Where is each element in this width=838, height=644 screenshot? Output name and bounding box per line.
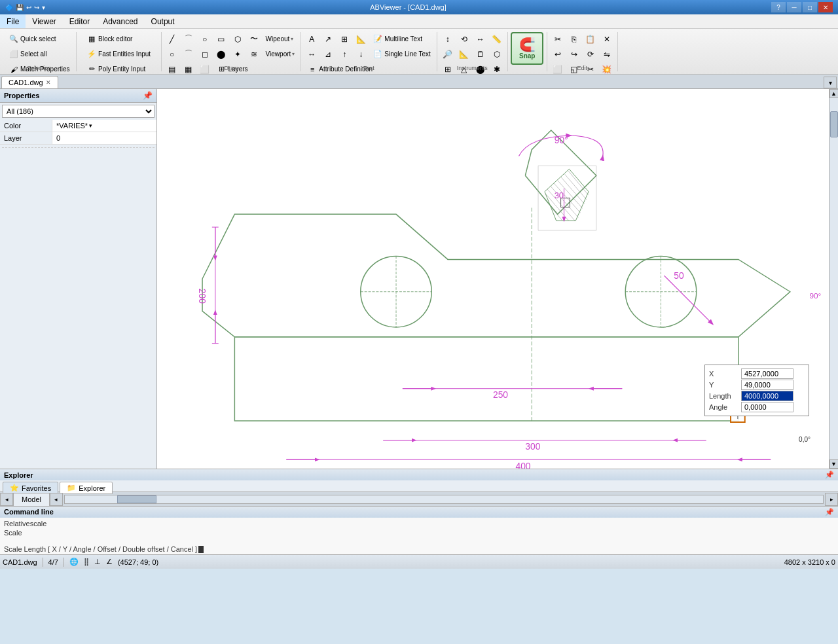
title-bar: 🔷 💾 ↩ ↪ ▾ ABViewer - [CAD1.dwg] ? ─ □ ✕ <box>0 0 838 14</box>
text-tool5[interactable]: ↔ <box>304 47 319 62</box>
command-content: Relativescale Scale <box>0 518 838 544</box>
layer-value[interactable]: 0 <box>52 132 156 144</box>
quick-access-save[interactable]: 💾 <box>16 4 24 11</box>
draw-rect-button[interactable]: ▭ <box>213 32 229 46</box>
h-scroll-thumb[interactable] <box>117 495 156 503</box>
quick-access-undo[interactable]: ↩ <box>26 4 31 11</box>
draw-tool3-button[interactable]: ⌒ <box>181 47 196 62</box>
edit-mirror[interactable]: ⇋ <box>599 47 615 62</box>
edit-undo[interactable]: ↩ <box>550 47 566 62</box>
right-scrollbar: ▲ ▼ <box>829 89 838 469</box>
scroll-down-button[interactable]: ▼ <box>829 459 839 469</box>
text-tool7[interactable]: ↑ <box>337 47 352 62</box>
edit-delete[interactable]: ✕ <box>599 32 615 46</box>
quick-select-label: Quick select <box>20 35 56 43</box>
edit-cut[interactable]: ✂ <box>550 32 566 46</box>
wipeout-button[interactable]: Wipeout ▾ <box>263 32 297 46</box>
snap-button[interactable]: 🧲 Snap <box>511 32 543 65</box>
edit-rotate[interactable]: ⟳ <box>583 47 598 62</box>
canvas-area[interactable]: 90° 30 50 200 250 <box>157 89 829 469</box>
multiline-text-button[interactable]: 📝 Multiline Text <box>369 32 426 46</box>
quick-select-button[interactable]: 🔍 Quick select <box>5 32 59 46</box>
instr-tool8[interactable]: ⬡ <box>489 47 505 62</box>
window-controls: ? ─ □ ✕ <box>771 2 833 12</box>
edit-paste[interactable]: 📋 <box>583 32 598 46</box>
close-button[interactable]: ✕ <box>818 2 833 12</box>
command-line-prompt[interactable]: Scale Length [ X / Y / Angle / Offset / … <box>0 544 838 554</box>
instr-tool4[interactable]: 📏 <box>489 32 505 46</box>
scroll-right-button[interactable]: ▸ <box>825 493 838 506</box>
text-tool8[interactable]: ↓ <box>353 47 369 62</box>
edit-redo[interactable]: ↪ <box>566 47 582 62</box>
coord-length-value[interactable]: 4000,0000 <box>741 391 793 401</box>
scroll-thumb[interactable] <box>830 111 838 137</box>
color-value[interactable]: *VARIES* ▾ <box>52 120 156 132</box>
model-tab[interactable]: Model <box>13 493 50 506</box>
maximize-button[interactable]: □ <box>803 2 817 12</box>
properties-filter-select[interactable]: All (186) <box>2 105 155 118</box>
coord-angle-value: 0,0000 <box>741 402 793 412</box>
text-tool3[interactable]: ⊞ <box>337 32 352 46</box>
poly-entity-button[interactable]: ✏ Poly Entity Input <box>83 62 149 75</box>
text-tool2[interactable]: ↗ <box>320 32 336 46</box>
select-all-button[interactable]: ⬜ Select all <box>5 47 50 62</box>
quick-access-redo[interactable]: ↪ <box>34 4 39 11</box>
menu-file[interactable]: File <box>0 14 26 28</box>
color-dropdown-arrow[interactable]: ▾ <box>89 122 92 129</box>
coord-angle-label: Angle <box>709 403 738 411</box>
coord-length-label: Length <box>709 392 738 400</box>
draw-circle-button[interactable]: ○ <box>197 32 213 46</box>
scroll-expand-button[interactable]: ◂ <box>0 493 13 506</box>
viewport-button[interactable]: Viewport ▾ <box>263 47 299 62</box>
draw-tool7-button[interactable]: ≋ <box>246 47 262 62</box>
menu-viewer[interactable]: Viewer <box>26 14 62 28</box>
properties-pin-icon[interactable]: 📌 <box>143 91 153 100</box>
fast-entities-icon: ⚡ <box>86 49 97 60</box>
fast-entities-button[interactable]: ⚡ Fast Entities Input <box>83 47 154 62</box>
cad1-tab[interactable]: CAD1.dwg ✕ <box>1 76 58 88</box>
draw-tool2-button[interactable]: ○ <box>164 47 180 62</box>
instr-tool2[interactable]: ⟲ <box>456 32 472 46</box>
status-angle-icon[interactable]: ∠ <box>106 558 113 566</box>
scroll-up-button[interactable]: ▲ <box>829 89 839 98</box>
instr-tool7[interactable]: 🗒 <box>473 47 488 62</box>
draw-spline-button[interactable]: 〜 <box>246 32 262 46</box>
status-divider-2 <box>64 558 64 567</box>
help-button[interactable]: ? <box>771 2 786 12</box>
scroll-track[interactable] <box>829 98 839 459</box>
color-value-text: *VARIES* <box>56 122 88 130</box>
command-pin-icon[interactable]: 📌 <box>825 508 834 516</box>
menu-output[interactable]: Output <box>145 14 181 28</box>
single-line-button[interactable]: 📄 Single Line Text <box>369 47 433 62</box>
instr-tool5[interactable]: 🔎 <box>440 47 456 62</box>
tab-close-icon[interactable]: ✕ <box>46 79 51 86</box>
block-editor-button[interactable]: ▦ Block editor <box>83 32 136 46</box>
selection-group: 🔍 Quick select ⬜ Select all 🖌 Match Prop… <box>3 32 77 71</box>
instruments-group: ↕ ⟲ ↔ 📏 🔎 📐 🗒 ⬡ ⊞ △ ⬤ ✱ Instruments <box>437 32 508 71</box>
command-history-2: Scale <box>4 528 834 537</box>
draw-poly-button[interactable]: ⬡ <box>230 32 246 46</box>
status-grid-icon[interactable]: ⣿ <box>84 558 89 566</box>
menu-advanced[interactable]: Advanced <box>96 14 144 28</box>
edit-copy[interactable]: ⎘ <box>566 32 582 46</box>
minimize-button[interactable]: ─ <box>787 2 801 12</box>
draw-arc-button[interactable]: ⌒ <box>181 32 196 46</box>
draw-tool6-button[interactable]: ✦ <box>230 47 246 62</box>
menu-editor[interactable]: Editor <box>63 14 96 28</box>
draw-line-button[interactable]: ╱ <box>164 32 180 46</box>
draw-tool4-button[interactable]: ◻ <box>197 47 213 62</box>
instr-tool3[interactable]: ↔ <box>473 32 488 46</box>
status-snap-icon[interactable]: ⊥ <box>94 558 101 566</box>
select-all-label: Select all <box>20 50 47 58</box>
instr-tool1[interactable]: ↕ <box>440 32 456 46</box>
explorer-pin-icon[interactable]: 📌 <box>825 471 834 479</box>
tab-collapse-button[interactable]: ▾ <box>824 77 837 88</box>
text-tool1[interactable]: A <box>304 32 319 46</box>
instr-tool6[interactable]: 📐 <box>456 47 472 62</box>
text-tool6[interactable]: ⊿ <box>320 47 336 62</box>
scroll-left-button[interactable]: ◂ <box>50 493 63 506</box>
draw-tool5-button[interactable]: ⬤ <box>213 47 229 62</box>
text-tool4[interactable]: 📐 <box>353 32 369 46</box>
h-scroll-track[interactable] <box>64 495 824 504</box>
explorer-tab[interactable]: 📁 Explorer <box>60 482 113 494</box>
